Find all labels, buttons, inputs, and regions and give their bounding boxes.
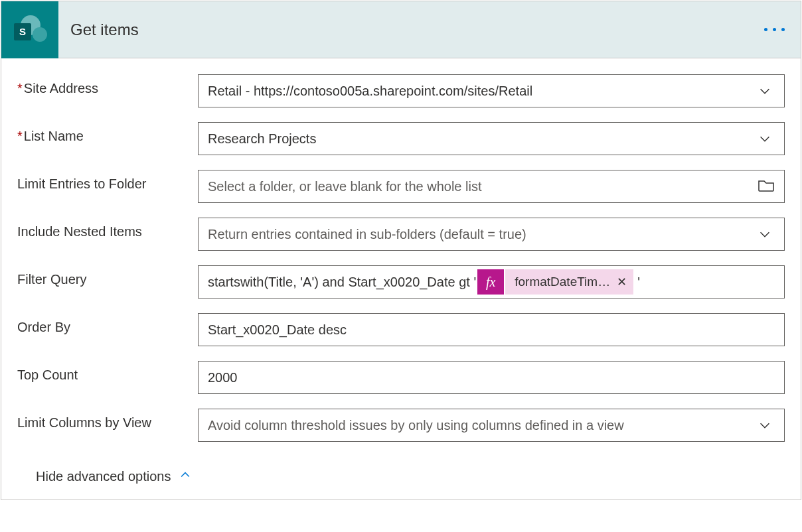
sharepoint-icon: S [1,1,58,58]
label-include-nested: Include Nested Items [17,218,198,239]
chevron-down-icon [755,131,775,146]
list-name-dropdown[interactable]: Research Projects [198,122,785,155]
order-by-value: Start_x0020_Date desc [208,322,347,338]
label-order-by: Order By [17,313,198,335]
chevron-down-icon [755,227,775,241]
label-list-name: *List Name [17,122,198,144]
label-limit-columns: Limit Columns by View [17,409,198,431]
top-count-input[interactable]: 2000 [198,361,785,394]
limit-folder-placeholder: Select a folder, or leave blank for the … [208,179,481,194]
site-address-value: Retail - https://contoso005a.sharepoint.… [208,84,532,99]
card-title: Get items [70,21,748,39]
limit-columns-dropdown[interactable]: Avoid column threshold issues by only us… [198,409,785,442]
label-filter-query: Filter Query [17,265,198,287]
include-nested-dropdown[interactable]: Return entries contained in sub-folders … [198,218,785,251]
label-top-count: Top Count [17,361,198,383]
card-menu-button[interactable] [748,28,801,31]
limit-columns-placeholder: Avoid column threshold issues by only us… [208,418,624,433]
card-header: S Get items [1,1,801,58]
limit-folder-input[interactable]: Select a folder, or leave blank for the … [198,170,785,203]
expression-token[interactable]: formatDateTim… ✕ [505,269,633,295]
advanced-toggle-label: Hide advanced options [36,469,171,484]
order-by-input[interactable]: Start_x0020_Date desc [198,313,785,346]
label-site-address: *Site Address [17,74,198,96]
include-nested-placeholder: Return entries contained in sub-folders … [208,227,526,242]
fx-icon: fx [477,269,504,295]
filter-query-suffix: ' [635,275,640,290]
list-name-value: Research Projects [208,131,316,147]
remove-token-icon[interactable]: ✕ [617,275,627,289]
hide-advanced-toggle[interactable]: Hide advanced options [36,468,192,485]
filter-query-text: startswith(Title, 'A') and Start_x0020_D… [208,275,476,290]
card-body: *Site Address Retail - https://contoso00… [1,58,801,499]
filter-query-input[interactable]: startswith(Title, 'A') and Start_x0020_D… [198,265,785,299]
action-card: S Get items *Site Address Retail - https… [1,1,801,500]
folder-icon[interactable] [758,178,775,196]
expression-token-label: formatDateTim… [515,275,610,289]
chevron-up-icon [179,468,192,485]
site-address-dropdown[interactable]: Retail - https://contoso005a.sharepoint.… [198,74,785,107]
label-limit-folder: Limit Entries to Folder [17,170,198,192]
chevron-down-icon [755,418,775,432]
chevron-down-icon [755,84,775,98]
top-count-value: 2000 [208,370,238,385]
